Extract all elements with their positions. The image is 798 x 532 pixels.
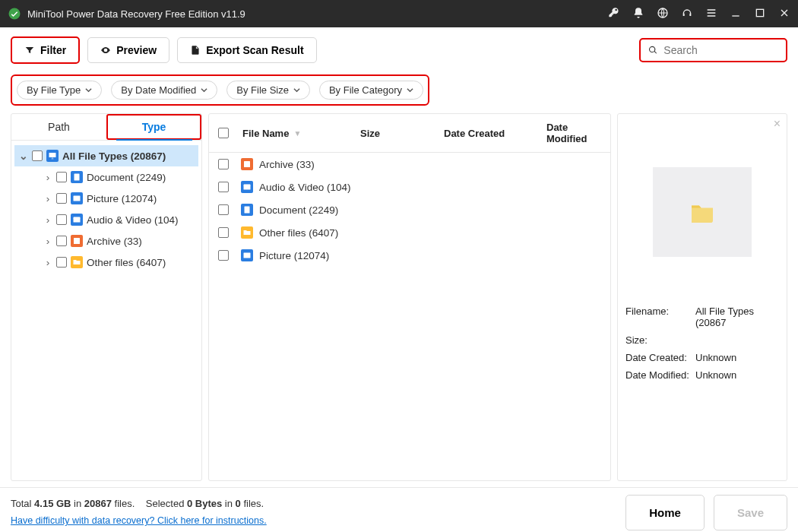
eye-icon bbox=[100, 45, 111, 55]
checkbox[interactable] bbox=[218, 182, 229, 192]
tab-type[interactable]: Type bbox=[106, 114, 201, 140]
checkbox[interactable] bbox=[32, 150, 43, 161]
col-date-created[interactable]: Date Created bbox=[444, 128, 546, 139]
close-icon[interactable] bbox=[778, 7, 790, 21]
app-logo-icon bbox=[8, 7, 21, 21]
close-detail-button[interactable]: × bbox=[774, 117, 781, 131]
export-label: Export Scan Result bbox=[206, 44, 303, 56]
detail-created-label: Date Created: bbox=[625, 352, 695, 363]
footer: Total 4.15 GB in 20867 files. Selected 0… bbox=[0, 487, 798, 532]
tree-item-label: Picture (12074) bbox=[87, 193, 157, 204]
window-title: MiniTool Power Data Recovery Free Editio… bbox=[27, 8, 608, 20]
left-tabs: Path Type bbox=[11, 114, 201, 141]
av-icon bbox=[241, 181, 253, 193]
tree-item[interactable]: ›Archive (33) bbox=[14, 230, 198, 252]
checkbox[interactable] bbox=[218, 159, 229, 169]
selected-count: 0 bbox=[236, 498, 241, 509]
filter-by-date[interactable]: By Date Modified bbox=[111, 81, 217, 100]
chevron-down-icon bbox=[201, 87, 207, 93]
tree-item[interactable]: ›Picture (12074) bbox=[14, 188, 198, 209]
chevron-right-icon[interactable]: › bbox=[43, 193, 52, 204]
filter-button[interactable]: Filter bbox=[11, 36, 80, 64]
checkbox[interactable] bbox=[218, 250, 229, 261]
menu-icon[interactable] bbox=[705, 7, 717, 21]
col-size[interactable]: Size bbox=[360, 128, 444, 139]
list-row-label: Other files (6407) bbox=[259, 227, 338, 239]
filter-chip-group: By File Type By Date Modified By File Si… bbox=[11, 74, 429, 106]
minimize-icon[interactable] bbox=[730, 7, 742, 21]
tree-item-label: Other files (6407) bbox=[87, 257, 166, 268]
file-type-tree: ⌄ All File Types (20867) ›Document (2249… bbox=[11, 141, 201, 277]
detail-panel: × Filename:All File Types (20867 Size: D… bbox=[617, 113, 787, 481]
list-row-label: Archive (33) bbox=[259, 159, 315, 170]
toolbar: Filter Preview Export Scan Result bbox=[0, 27, 798, 71]
col-filename[interactable]: File Name ▼ bbox=[242, 128, 360, 139]
file-list-panel: File Name ▼ Size Date Created Date Modif… bbox=[208, 113, 611, 481]
oth-icon bbox=[71, 256, 83, 268]
checkbox[interactable] bbox=[56, 257, 67, 268]
list-row[interactable]: Archive (33) bbox=[209, 153, 610, 176]
selected-bytes: 0 Bytes bbox=[187, 498, 222, 509]
tree-item-label: Audio & Video (104) bbox=[87, 214, 179, 226]
search-box[interactable] bbox=[639, 38, 787, 62]
help-link[interactable]: Have difficulty with data recovery? Clic… bbox=[11, 515, 267, 526]
chevron-right-icon[interactable]: › bbox=[43, 214, 52, 226]
filter-by-category[interactable]: By File Category bbox=[319, 81, 423, 100]
detail-modified-label: Date Modified: bbox=[625, 369, 695, 381]
footer-status: Total 4.15 GB in 20867 files. Selected 0… bbox=[11, 496, 267, 529]
headphones-icon[interactable] bbox=[681, 7, 693, 21]
globe-icon[interactable] bbox=[657, 7, 669, 21]
titlebar: MiniTool Power Data Recovery Free Editio… bbox=[0, 0, 798, 27]
av-icon bbox=[71, 214, 83, 226]
pic-icon bbox=[71, 192, 83, 204]
home-button[interactable]: Home bbox=[625, 495, 705, 530]
sort-caret-icon: ▼ bbox=[293, 129, 301, 138]
folder-icon bbox=[689, 201, 715, 223]
checkbox[interactable] bbox=[56, 172, 67, 182]
left-panel: Path Type ⌄ All File Types (20867) ›Docu… bbox=[11, 113, 202, 481]
filter-by-type[interactable]: By File Type bbox=[17, 81, 102, 100]
list-row[interactable]: Audio & Video (104) bbox=[209, 176, 610, 198]
list-row[interactable]: Other files (6407) bbox=[209, 221, 610, 244]
checkbox[interactable] bbox=[218, 204, 229, 215]
list-row[interactable]: Document (2249) bbox=[209, 198, 610, 221]
export-button[interactable]: Export Scan Result bbox=[177, 37, 316, 63]
tree-item[interactable]: ›Audio & Video (104) bbox=[14, 209, 198, 230]
list-row-label: Picture (12074) bbox=[259, 250, 329, 261]
filter-by-size[interactable]: By File Size bbox=[226, 81, 310, 100]
chevron-down-icon[interactable]: ⌄ bbox=[19, 150, 28, 162]
tree-root[interactable]: ⌄ All File Types (20867) bbox=[14, 145, 198, 166]
list-row[interactable]: Picture (12074) bbox=[209, 244, 610, 267]
tree-item[interactable]: ›Document (2249) bbox=[14, 166, 198, 188]
svg-point-6 bbox=[75, 197, 77, 198]
chevron-right-icon[interactable]: › bbox=[43, 257, 52, 268]
chevron-right-icon[interactable]: › bbox=[43, 172, 52, 183]
preview-thumbnail bbox=[653, 167, 752, 257]
tree-item[interactable]: ›Other files (6407) bbox=[14, 252, 198, 273]
main-area: Path Type ⌄ All File Types (20867) ›Docu… bbox=[0, 113, 798, 481]
arc-icon bbox=[71, 235, 83, 247]
maximize-icon[interactable] bbox=[754, 7, 766, 21]
key-icon[interactable] bbox=[608, 7, 620, 21]
detail-filename: All File Types (20867 bbox=[695, 306, 779, 328]
search-input[interactable] bbox=[663, 44, 778, 56]
tab-path[interactable]: Path bbox=[11, 114, 106, 140]
doc-icon bbox=[71, 171, 83, 183]
oth-icon bbox=[241, 226, 253, 239]
total-count: 20867 bbox=[84, 498, 112, 509]
preview-button[interactable]: Preview bbox=[87, 37, 169, 63]
chevron-down-icon bbox=[85, 87, 92, 93]
checkbox[interactable] bbox=[56, 193, 67, 204]
checkbox[interactable] bbox=[218, 227, 229, 238]
tree-item-label: Archive (33) bbox=[87, 236, 142, 247]
tree-root-label: All File Types (20867) bbox=[62, 150, 166, 162]
col-date-modified[interactable]: Date Modified bbox=[546, 122, 601, 144]
chevron-right-icon[interactable]: › bbox=[43, 236, 52, 247]
save-button[interactable]: Save bbox=[714, 495, 787, 530]
select-all-checkbox[interactable] bbox=[218, 128, 229, 138]
checkbox[interactable] bbox=[56, 214, 67, 225]
svg-rect-3 bbox=[49, 153, 56, 157]
checkbox[interactable] bbox=[56, 236, 67, 246]
tree-item-label: Document (2249) bbox=[87, 172, 166, 183]
bell-icon[interactable] bbox=[632, 7, 644, 21]
